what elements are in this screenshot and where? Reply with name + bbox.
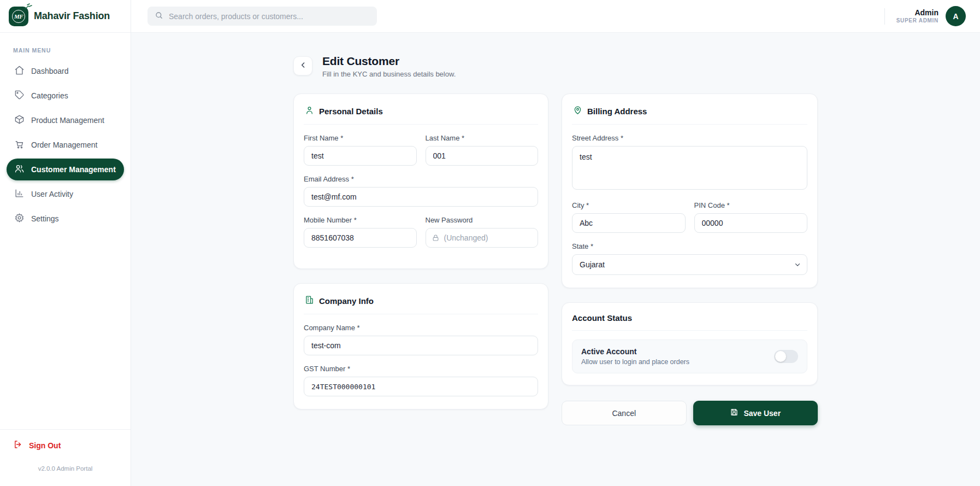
personal-details-title: Personal Details (319, 107, 383, 116)
sidebar-item-settings[interactable]: Settings (7, 208, 124, 230)
logout-icon (13, 440, 23, 451)
page-title: Edit Customer (322, 55, 456, 68)
sidebar-item-product-management[interactable]: Product Management (7, 109, 124, 131)
company-info-header: Company Info (304, 294, 538, 314)
mobile-field[interactable] (304, 228, 417, 248)
content-area: Edit Customer Fill in the KYC and busine… (131, 33, 980, 486)
search-input[interactable] (169, 12, 370, 21)
first-name-field[interactable] (304, 146, 417, 166)
company-info-card: Company Info Company Name * GST Number * (293, 283, 548, 409)
main-column: Admin SUPER ADMIN A Edit Customer Fill i… (131, 0, 980, 486)
email-field[interactable] (304, 187, 538, 207)
state-select[interactable]: Gujarat (572, 254, 807, 275)
page-header: Edit Customer Fill in the KYC and busine… (293, 55, 818, 78)
cancel-button[interactable]: Cancel (562, 401, 687, 425)
person-icon (305, 106, 314, 117)
user-meta: Admin SUPER ADMIN (896, 8, 938, 25)
sidebar-item-label: Order Management (31, 140, 97, 149)
page-title-block: Edit Customer Fill in the KYC and busine… (322, 55, 456, 78)
save-user-button[interactable]: Save User (693, 401, 818, 425)
sidebar-item-label: Product Management (31, 116, 104, 125)
new-password-field[interactable] (426, 228, 539, 248)
sidebar-item-label: Categories (31, 91, 68, 100)
leaf-spark-icon (24, 3, 33, 13)
street-address-label: Street Address * (572, 134, 807, 142)
sidebar-nav: Dashboard Categories Product Management … (0, 60, 131, 232)
app-version: v2.0.0 Admin Portal (13, 451, 117, 479)
billing-address-title: Billing Address (587, 107, 647, 116)
company-name-field[interactable] (304, 336, 538, 355)
sidebar-item-label: Dashboard (31, 67, 69, 75)
toggle-knob (775, 351, 786, 362)
active-account-title: Active Account (581, 347, 689, 356)
active-account-toggle[interactable] (774, 350, 798, 363)
back-button[interactable] (293, 56, 312, 75)
user-role: SUPER ADMIN (896, 17, 938, 25)
city-label: City * (572, 201, 686, 209)
account-status-title: Account Status (572, 313, 632, 323)
account-status-card: Account Status Active Account Allow user… (562, 302, 818, 385)
password-label: New Password (426, 216, 539, 224)
chevron-left-icon (299, 61, 308, 72)
sidebar-item-label: User Activity (31, 190, 73, 198)
form-actions: Cancel Save User (562, 401, 818, 425)
brand-name: Mahavir Fashion (34, 10, 110, 22)
logo-monogram: MF (12, 10, 25, 23)
last-name-label: Last Name * (426, 134, 539, 142)
sign-out-button[interactable]: Sign Out (13, 440, 117, 451)
city-field[interactable] (572, 213, 686, 233)
first-name-label: First Name * (304, 134, 417, 142)
last-name-field[interactable] (426, 146, 539, 166)
bar-chart-icon (14, 188, 25, 200)
personal-details-header: Personal Details (304, 104, 538, 125)
building-icon (305, 295, 314, 307)
cart-icon (14, 139, 25, 151)
save-icon (730, 408, 739, 418)
sidebar-item-categories[interactable]: Categories (7, 85, 124, 107)
package-icon (14, 114, 25, 126)
state-label: State * (572, 242, 807, 250)
email-label: Email Address * (304, 175, 538, 183)
brand-header: MF Mahavir Fashion (0, 0, 131, 33)
sidebar-item-customer-management[interactable]: Customer Management (7, 159, 124, 180)
personal-details-card: Personal Details First Name * Last Name … (293, 93, 548, 269)
gst-number-label: GST Number * (304, 365, 538, 373)
account-status-header: Account Status (572, 313, 807, 331)
brand-logo: MF (9, 7, 28, 26)
sign-out-label: Sign Out (29, 441, 61, 450)
sidebar: MF Mahavir Fashion MAIN MENU Dashboard C… (0, 0, 131, 486)
search-icon (155, 11, 163, 22)
page-subtitle: Fill in the KYC and business details bel… (322, 70, 456, 78)
user-name: Admin (896, 8, 938, 18)
sidebar-item-order-management[interactable]: Order Management (7, 134, 124, 156)
active-account-subtitle: Allow user to login and place orders (581, 358, 689, 366)
street-address-field[interactable]: test (572, 146, 807, 190)
tag-icon (14, 90, 25, 102)
header-divider (884, 8, 885, 25)
active-account-row: Active Account Allow user to login and p… (572, 339, 807, 373)
active-account-text: Active Account Allow user to login and p… (581, 347, 689, 366)
sidebar-item-label: Settings (31, 214, 59, 223)
sidebar-item-dashboard[interactable]: Dashboard (7, 60, 124, 82)
company-info-title: Company Info (319, 296, 374, 306)
pin-code-label: PIN Code * (694, 201, 808, 209)
sidebar-item-label: Customer Management (31, 165, 116, 174)
pin-code-field[interactable] (694, 213, 808, 233)
billing-address-card: Billing Address Street Address * test Ci… (562, 93, 818, 288)
save-user-label: Save User (743, 409, 781, 418)
billing-address-header: Billing Address (572, 104, 807, 125)
top-bar: Admin SUPER ADMIN A (131, 0, 980, 33)
home-icon (14, 65, 25, 77)
users-icon (14, 163, 25, 175)
gst-number-field[interactable] (304, 377, 538, 396)
company-name-label: Company Name * (304, 324, 538, 332)
sidebar-footer: Sign Out v2.0.0 Admin Portal (0, 429, 131, 486)
avatar[interactable]: A (946, 6, 966, 26)
sidebar-section-label: MAIN MENU (0, 33, 131, 60)
gear-icon (14, 213, 25, 225)
user-block: Admin SUPER ADMIN A (884, 6, 966, 26)
sidebar-item-user-activity[interactable]: User Activity (7, 183, 124, 205)
global-search[interactable] (147, 7, 377, 26)
map-pin-icon (573, 106, 582, 117)
mobile-label: Mobile Number * (304, 216, 417, 224)
